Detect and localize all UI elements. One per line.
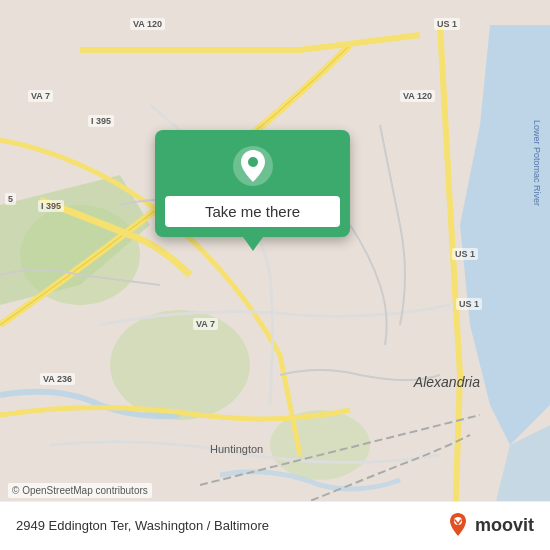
road-label-va7-mid: VA 7 <box>193 318 218 330</box>
road-label-va120-top: VA 120 <box>130 18 165 30</box>
alexandria-label: Alexandria <box>414 374 480 390</box>
moovit-logo: moovit <box>445 512 534 538</box>
moovit-pin-icon <box>445 512 471 538</box>
location-pin-icon <box>231 144 275 188</box>
road-label-i395-mid: I 395 <box>88 115 114 127</box>
svg-point-8 <box>248 157 258 167</box>
river-label: Lower Potomac River <box>532 120 542 206</box>
take-me-there-button[interactable]: Take me there <box>165 196 340 227</box>
location-popup: Take me there <box>155 130 350 237</box>
svg-point-2 <box>110 310 250 420</box>
osm-attribution: © OpenStreetMap contributors <box>8 483 152 498</box>
road-label-us1-top: US 1 <box>434 18 460 30</box>
road-label-va7-left: VA 7 <box>28 90 53 102</box>
road-label-i395-left: I 395 <box>38 200 64 212</box>
bottom-bar: 2949 Eddington Ter, Washington / Baltimo… <box>0 501 550 550</box>
road-label-va236: VA 236 <box>40 373 75 385</box>
road-label-5: 5 <box>5 193 16 205</box>
road-label-va120-right: VA 120 <box>400 90 435 102</box>
huntington-label: Huntington <box>210 443 263 455</box>
moovit-text: moovit <box>475 515 534 536</box>
address-text: 2949 Eddington Ter, Washington / Baltimo… <box>16 518 269 533</box>
road-label-us1-lower: US 1 <box>456 298 482 310</box>
road-label-us1-mid: US 1 <box>452 248 478 260</box>
map-container: VA 120 US 1 VA 7 I 395 VA 120 I 395 US 1… <box>0 0 550 550</box>
